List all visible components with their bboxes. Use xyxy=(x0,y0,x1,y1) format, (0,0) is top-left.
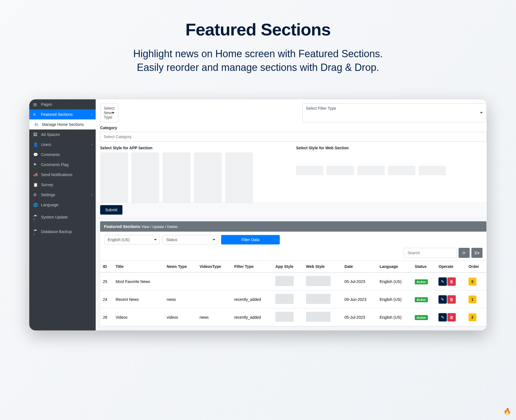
order-badge[interactable]: 1 xyxy=(469,296,476,303)
language-icon: 🌐 xyxy=(33,203,38,207)
sidebar-subitem[interactable]: 🗀Manage Home Sections xyxy=(29,119,96,129)
sidebar-item[interactable]: 📋Survey xyxy=(29,180,96,190)
table-header[interactable]: Web Style xyxy=(303,261,342,273)
edit-icon: ✎ xyxy=(441,315,444,320)
app-style-thumb[interactable] xyxy=(225,152,253,203)
sidebar-item[interactable]: 🖼Ad Spaces xyxy=(29,129,96,140)
cell-webstyle xyxy=(303,308,342,326)
refresh-icon: ⟳ xyxy=(462,251,466,255)
table-row: 26Videosvideosnewsrecently_added05-Jul-2… xyxy=(100,308,486,326)
category-label: Category xyxy=(100,126,486,130)
status-filter-select[interactable]: Status xyxy=(163,235,218,244)
sidebar-item-label: Survey xyxy=(41,183,53,187)
sidebar-item[interactable]: ≡Featured Sections‹ xyxy=(29,109,96,119)
app-style-thumb[interactable] xyxy=(100,152,128,203)
page-subtitle: Highlight news on Home screen with Featu… xyxy=(63,47,453,74)
delete-button[interactable]: 🗑 xyxy=(447,277,456,286)
filter-type-select[interactable]: Select Filter Type xyxy=(302,103,486,122)
cell-title: Most Favorite News xyxy=(113,272,164,291)
cell-videostype xyxy=(197,291,231,308)
table-header[interactable]: ID xyxy=(100,261,113,273)
order-badge[interactable]: 2 xyxy=(469,313,476,321)
app-style-thumb[interactable] xyxy=(194,152,222,203)
search-input[interactable] xyxy=(404,248,457,258)
web-style-thumb[interactable] xyxy=(296,166,323,175)
sidebar-item[interactable]: 💬Comments xyxy=(29,150,96,160)
status-badge: Active xyxy=(415,315,428,320)
cell-id: 25 xyxy=(100,272,113,291)
cell-status: Active xyxy=(412,308,436,326)
cell-language: English (US) xyxy=(377,308,412,326)
sidebar-item[interactable]: ☁↓Database Backup xyxy=(29,224,96,239)
edit-button[interactable]: ✎ xyxy=(438,295,447,304)
filter-data-button[interactable]: Filter Data xyxy=(221,235,280,244)
delete-button[interactable]: 🗑 xyxy=(447,295,456,304)
sidebar-item-label: Language xyxy=(41,203,58,207)
sidebar-item[interactable]: 📣Send Notifications xyxy=(29,170,96,180)
comments-icon: 💬 xyxy=(33,152,38,157)
edit-icon: ✎ xyxy=(441,297,444,302)
edit-button[interactable]: ✎ xyxy=(438,313,447,321)
sidebar-item-label: Comments xyxy=(41,152,60,157)
flag-icon: ⚑ xyxy=(33,162,38,167)
cell-status: Active xyxy=(412,291,436,308)
web-style-thumb[interactable] xyxy=(388,166,415,175)
sidebar-item[interactable]: ▤Pages xyxy=(29,99,96,109)
app-style-thumb[interactable] xyxy=(163,152,191,203)
table-header[interactable]: VideosType xyxy=(197,261,231,273)
cell-webstyle xyxy=(303,291,342,308)
sidebar-item-label: Ad Spaces xyxy=(41,132,60,137)
cell-videostype: news xyxy=(197,308,231,326)
table-header[interactable]: Status xyxy=(412,261,436,273)
submit-button[interactable]: Submit xyxy=(100,205,122,215)
sidebar-item[interactable]: ⚙Settings‹ xyxy=(29,190,96,200)
table-card-header: Featured Sections View / Update / Delete xyxy=(100,221,486,232)
cell-filtertype: recently_added xyxy=(232,291,273,308)
cell-appstyle xyxy=(273,272,303,291)
app-window: ▤Pages≡Featured Sections‹🗀Manage Home Se… xyxy=(29,99,487,330)
bullhorn-icon: 📣 xyxy=(33,172,38,177)
table-header[interactable]: Title xyxy=(113,261,164,273)
clipboard-icon: 📋 xyxy=(33,183,38,187)
edit-button[interactable]: ✎ xyxy=(438,277,447,286)
table-header[interactable]: News Type xyxy=(164,261,197,273)
cell-date: 05-Jul-2023 xyxy=(342,308,377,326)
sidebar-item[interactable]: ☁↑System Update xyxy=(29,210,96,224)
cell-operate: ✎🗑 xyxy=(436,291,466,308)
table-header[interactable]: Language xyxy=(377,261,412,273)
table-header[interactable]: Filter Type xyxy=(232,261,273,273)
table-header[interactable]: Date xyxy=(342,261,377,273)
sidebar-item-label: Comments Flag xyxy=(41,162,69,167)
sidebar-item-label: Database Backup xyxy=(41,229,72,234)
news-type-select[interactable]: Select News Type xyxy=(100,103,118,122)
cell-videostype xyxy=(197,272,231,291)
table-header[interactable]: App Style xyxy=(273,261,303,273)
list-icon: ☰▾ xyxy=(474,251,479,255)
status-badge: Active xyxy=(415,279,428,284)
app-style-label: Select Style for APP Section xyxy=(100,146,290,150)
category-select[interactable]: Select Category xyxy=(100,132,486,142)
sidebar-item-label: Send Notifications xyxy=(41,172,73,177)
delete-button[interactable]: 🗑 xyxy=(447,313,456,321)
trash-icon: 🗑 xyxy=(450,279,454,284)
cell-filtertype xyxy=(232,272,273,291)
columns-button[interactable]: ☰▾ xyxy=(471,248,483,258)
refresh-button[interactable]: ⟳ xyxy=(459,248,470,258)
cell-operate: ✎🗑 xyxy=(436,308,466,326)
sidebar-item[interactable]: 👤Users‹ xyxy=(29,140,96,150)
sidebar-item[interactable]: 🌐Language xyxy=(29,200,96,210)
order-badge[interactable]: 0 xyxy=(469,278,476,285)
table-header[interactable]: Order xyxy=(466,261,486,273)
sidebar-item-label: Users xyxy=(41,142,51,147)
page-title: Featured Sections xyxy=(11,20,505,39)
trash-icon: 🗑 xyxy=(450,297,454,302)
web-style-thumb[interactable] xyxy=(419,166,446,175)
sidebar-item[interactable]: ⚑Comments Flag xyxy=(29,160,96,170)
cell-date: 05-Jul-2023 xyxy=(342,272,377,291)
web-style-thumb[interactable] xyxy=(327,166,354,175)
web-style-thumb[interactable] xyxy=(357,166,385,175)
trash-icon: 🗑 xyxy=(450,315,454,320)
table-header[interactable]: Operate xyxy=(436,261,466,273)
language-filter-select[interactable]: English (US) xyxy=(104,235,160,244)
app-style-thumb[interactable] xyxy=(131,152,159,203)
